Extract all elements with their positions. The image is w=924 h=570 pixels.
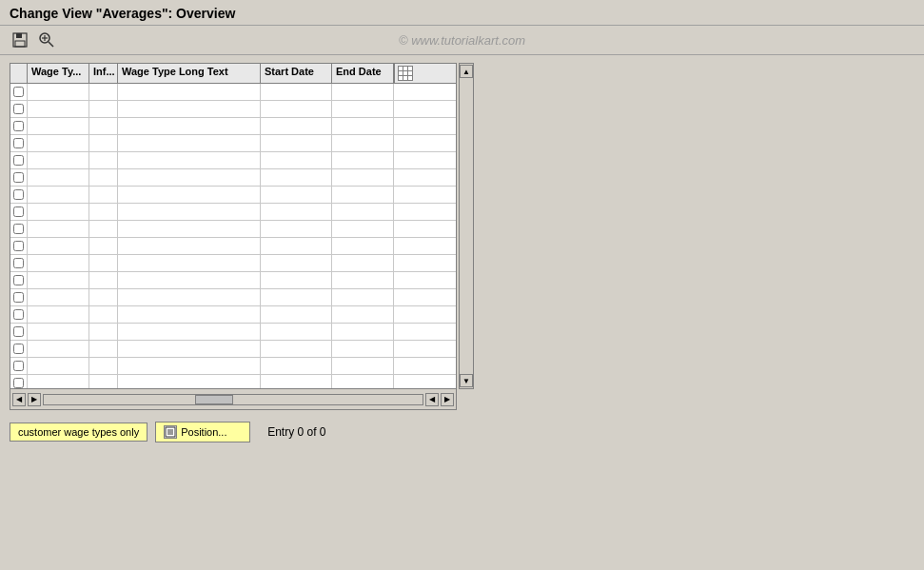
scroll-left-button[interactable]: ◀ xyxy=(12,393,26,406)
start-date-cell xyxy=(261,358,332,374)
row-checkbox[interactable] xyxy=(13,138,24,148)
end-date-cell xyxy=(332,118,394,134)
table-row[interactable] xyxy=(10,152,456,169)
entry-info: Entry 0 of 0 xyxy=(267,425,325,439)
table-row[interactable] xyxy=(10,221,456,238)
position-button[interactable]: Position... xyxy=(155,422,250,442)
row-checkbox-cell xyxy=(10,152,28,168)
table-row[interactable] xyxy=(10,255,456,272)
table-row[interactable] xyxy=(10,238,456,255)
long-text-cell xyxy=(118,84,261,100)
inf-cell xyxy=(89,358,118,374)
long-text-cell xyxy=(118,306,261,323)
row-checkbox-cell xyxy=(10,135,28,151)
end-date-cell xyxy=(332,221,394,237)
row-checkbox-cell xyxy=(10,221,28,237)
end-date-cell xyxy=(332,306,394,323)
start-date-cell xyxy=(261,341,332,357)
long-text-cell xyxy=(118,221,261,237)
row-checkbox[interactable] xyxy=(13,155,24,166)
table-row[interactable] xyxy=(10,306,456,324)
svg-line-4 xyxy=(49,42,53,47)
start-date-cell xyxy=(261,84,332,100)
wage-type-cell xyxy=(28,306,89,323)
col-header-end-date: End Date xyxy=(332,64,394,83)
row-checkbox[interactable] xyxy=(13,104,24,114)
long-text-cell xyxy=(118,204,261,220)
customize-columns-icon[interactable] xyxy=(398,66,413,81)
table-row[interactable] xyxy=(10,375,456,388)
row-checkbox[interactable] xyxy=(13,292,24,303)
h-scrollbar-thumb[interactable] xyxy=(195,395,233,404)
table-row[interactable] xyxy=(10,169,456,187)
table-row[interactable] xyxy=(10,289,456,306)
scroll-end-left-button[interactable]: ◀ xyxy=(425,393,439,406)
table-row[interactable] xyxy=(10,135,456,152)
inf-cell xyxy=(89,118,118,134)
wage-type-cell xyxy=(28,272,89,288)
row-checkbox[interactable] xyxy=(13,361,24,371)
long-text-cell xyxy=(118,101,261,117)
row-checkbox[interactable] xyxy=(13,189,24,200)
customer-wage-types-button[interactable]: customer wage types only xyxy=(10,423,147,442)
long-text-cell xyxy=(118,324,261,340)
row-checkbox[interactable] xyxy=(13,172,24,183)
start-date-cell xyxy=(261,375,332,388)
end-date-cell xyxy=(332,238,394,254)
long-text-cell xyxy=(118,238,261,254)
row-checkbox-cell xyxy=(10,289,28,305)
table-row[interactable] xyxy=(10,324,456,341)
table-row[interactable] xyxy=(10,187,456,204)
row-checkbox[interactable] xyxy=(13,241,24,251)
row-checkbox[interactable] xyxy=(13,258,24,268)
table-header: Wage Ty... Inf... Wage Type Long Text St… xyxy=(10,64,456,84)
scroll-up-button[interactable]: ▲ xyxy=(460,65,473,78)
start-date-cell xyxy=(261,118,332,134)
table-row[interactable] xyxy=(10,84,456,101)
table-row[interactable] xyxy=(10,272,456,289)
table-row[interactable] xyxy=(10,101,456,118)
end-date-cell xyxy=(332,324,394,340)
scroll-down-button[interactable]: ▼ xyxy=(460,374,473,387)
row-checkbox[interactable] xyxy=(13,344,24,354)
start-date-cell xyxy=(261,169,332,186)
inf-cell xyxy=(89,255,118,271)
row-checkbox[interactable] xyxy=(13,224,24,234)
save-icon[interactable] xyxy=(10,29,30,50)
inf-cell xyxy=(89,84,118,100)
wage-type-cell xyxy=(28,204,89,220)
wage-type-cell xyxy=(28,152,89,168)
row-checkbox[interactable] xyxy=(13,326,24,337)
row-checkbox[interactable] xyxy=(13,206,24,217)
start-date-cell xyxy=(261,221,332,237)
scroll-end-right-button[interactable]: ▶ xyxy=(441,393,454,406)
row-checkbox[interactable] xyxy=(13,121,24,131)
inf-cell xyxy=(89,306,118,323)
row-checkbox[interactable] xyxy=(13,87,24,97)
end-date-cell xyxy=(332,84,394,100)
inf-cell xyxy=(89,187,118,203)
svg-rect-2 xyxy=(15,41,25,47)
wage-type-cell xyxy=(28,118,89,134)
table-row[interactable] xyxy=(10,118,456,135)
col-icon-header[interactable] xyxy=(394,64,415,83)
table-row[interactable] xyxy=(10,204,456,221)
position-icon xyxy=(164,425,177,439)
long-text-cell xyxy=(118,169,261,186)
table-body xyxy=(10,84,456,388)
row-checkbox[interactable] xyxy=(13,275,24,285)
end-date-cell xyxy=(332,101,394,117)
table-row[interactable] xyxy=(10,358,456,375)
table-row[interactable] xyxy=(10,341,456,358)
zoom-icon[interactable] xyxy=(36,29,57,50)
h-scrollbar-track[interactable] xyxy=(43,394,423,405)
horizontal-scrollbar[interactable]: ◀ ▶ ◀ ▶ xyxy=(10,388,456,409)
row-checkbox-cell xyxy=(10,358,28,374)
wage-type-cell xyxy=(28,238,89,254)
vertical-scrollbar[interactable]: ▲ ▼ xyxy=(459,63,474,389)
wage-type-cell xyxy=(28,84,89,100)
wage-type-cell xyxy=(28,255,89,271)
row-checkbox[interactable] xyxy=(13,309,24,320)
row-checkbox[interactable] xyxy=(13,378,24,388)
scroll-right-button-left[interactable]: ▶ xyxy=(28,393,41,406)
